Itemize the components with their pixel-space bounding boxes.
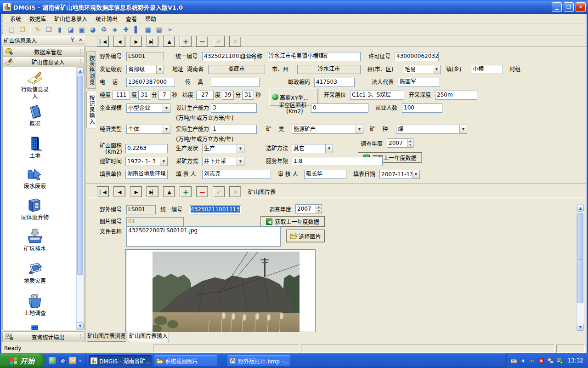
- menu-database[interactable]: 数据库: [25, 14, 50, 23]
- open-file-icon[interactable]: ❐: [17, 24, 28, 34]
- first-record-button[interactable]: ▏◀: [97, 186, 109, 197]
- delete-record-button[interactable]: −: [196, 36, 208, 47]
- menu-view[interactable]: 查看: [122, 14, 141, 23]
- legal-rep-input[interactable]: 陈国军: [398, 78, 440, 87]
- show-desktop-icon[interactable]: [49, 357, 56, 364]
- last-record-button[interactable]: ▶▏: [147, 186, 158, 197]
- field-no-input[interactable]: LS001: [126, 52, 164, 61]
- stat-cross-icon[interactable]: ✚: [121, 24, 131, 34]
- sidebar-item-wastewater[interactable]: 废水废液: [3, 166, 67, 190]
- volume-icon[interactable]: [529, 357, 536, 364]
- fax-input[interactable]: [211, 78, 260, 87]
- tab-picture-browse[interactable]: 矿山图片表浏览: [87, 332, 126, 342]
- mining-layer-input[interactable]: C1c1 3、5煤层: [350, 91, 404, 100]
- auditor-input[interactable]: 戴长华: [304, 170, 346, 179]
- workers-input[interactable]: 100: [402, 104, 442, 113]
- chevron-down-icon[interactable]: ▼: [237, 144, 244, 153]
- choose-picture-button[interactable]: 选择图片: [286, 230, 325, 242]
- built-time-select[interactable]: 1972- 1- 3▼: [125, 157, 168, 166]
- up-record-button[interactable]: ▲: [163, 186, 175, 197]
- lat-min-input[interactable]: 39: [222, 91, 234, 100]
- design-capacity-input[interactable]: 3: [211, 104, 257, 113]
- postcode-input[interactable]: 417503: [314, 78, 355, 87]
- lon-sec-input[interactable]: 7: [158, 91, 170, 100]
- last-record-button[interactable]: ▶▏: [147, 36, 158, 47]
- cancel-record-button[interactable]: ✕: [229, 186, 241, 197]
- survey-year-spinner[interactable]: 2007▲▼: [295, 204, 322, 213]
- county-select[interactable]: 毛易▼: [403, 65, 441, 74]
- file-name-input[interactable]: 4325022007LS00101.jpg: [126, 226, 281, 247]
- company-input[interactable]: 冷水江市毛易镇小横煤矿: [267, 52, 361, 61]
- tab-picture-input[interactable]: 矿山图片表输入: [128, 332, 169, 342]
- sidebar-group-mine-entry[interactable]: 矿山信息录入: [2, 56, 85, 67]
- sidebar-group-query[interactable]: 查询统计输出: [2, 331, 85, 342]
- first-record-button[interactable]: ▏◀: [97, 36, 109, 47]
- scroll-up-icon[interactable]: ▲: [77, 68, 84, 75]
- confirm-record-button[interactable]: ✔: [213, 186, 225, 197]
- prev-record-button[interactable]: ◀: [113, 36, 125, 47]
- add-record-button[interactable]: +: [180, 36, 192, 47]
- sidebar-group-database[interactable]: 数据库管理: [2, 46, 85, 57]
- sidebar-item-land-survey[interactable]: 土地调查: [3, 293, 67, 317]
- menu-system[interactable]: 系统: [6, 14, 25, 23]
- close-button[interactable]: ✕: [576, 2, 586, 12]
- chevron-down-icon[interactable]: ▼: [412, 170, 419, 178]
- close-panel-icon[interactable]: ✕: [77, 37, 84, 43]
- menu-mine-entry[interactable]: 矿山信息录入: [50, 14, 91, 23]
- spin-up-icon[interactable]: ▲: [316, 205, 322, 209]
- prefecture-input[interactable]: 冷水江市: [297, 65, 361, 74]
- mine-kind-select[interactable]: 煤▼: [396, 125, 467, 134]
- production-status-select[interactable]: 生产▼: [202, 144, 244, 153]
- scrollbar-thumb[interactable]: [77, 76, 83, 275]
- chevron-down-icon[interactable]: ▼: [237, 157, 244, 166]
- chevron-down-icon[interactable]: ▼: [356, 125, 363, 133]
- cert-level-select[interactable]: 省部级▼: [126, 65, 164, 74]
- scroll-down-icon[interactable]: ▼: [577, 324, 584, 331]
- mining-depth-input[interactable]: 250m: [435, 91, 477, 100]
- overview-icon[interactable]: ❒: [44, 24, 54, 34]
- admin-entry-icon[interactable]: ✎: [33, 24, 43, 34]
- scroll-down-icon[interactable]: ▼: [77, 322, 84, 329]
- city-input[interactable]: 娄底市: [208, 65, 265, 74]
- tab-table-browse[interactable]: 按表格浏览: [86, 51, 96, 89]
- scrollbar-thumb[interactable]: [577, 213, 583, 303]
- phone-input[interactable]: 13607387000: [126, 78, 175, 87]
- chevron-down-icon[interactable]: ▼: [325, 144, 333, 153]
- wastewater-icon[interactable]: ◪: [66, 24, 76, 34]
- solid-waste-icon[interactable]: ▣: [77, 24, 87, 34]
- survey-year-spinner[interactable]: 2007▲▼: [387, 138, 413, 148]
- language-bar-icon[interactable]: [520, 357, 526, 364]
- mine-class-select[interactable]: 能源矿产▼: [292, 125, 363, 134]
- confirm-record-button[interactable]: ✔: [213, 36, 225, 47]
- sidebar-item-solid-waste[interactable]: 固体废弃物: [3, 197, 67, 221]
- spin-down-icon[interactable]: ▼: [407, 143, 413, 147]
- chevron-down-icon[interactable]: ▼: [160, 157, 167, 166]
- prev-record-button[interactable]: ◀: [113, 186, 125, 197]
- mail-icon[interactable]: ✉: [69, 357, 76, 364]
- mine-area-input[interactable]: 0.2263: [125, 144, 168, 153]
- lon-min-input[interactable]: 31: [138, 91, 150, 100]
- tab-record-input[interactable]: 按记录输入: [86, 91, 96, 128]
- land-survey-icon[interactable]: ◈: [110, 24, 120, 34]
- picture-no-input[interactable]: 01: [126, 217, 184, 226]
- start-button[interactable]: 开始: [0, 353, 45, 368]
- lat-sec-input[interactable]: 31: [242, 91, 254, 100]
- picture-form-scrollbar[interactable]: ▲ ▼: [577, 204, 584, 331]
- lat-deg-input[interactable]: 27: [196, 91, 214, 100]
- scroll-up-icon[interactable]: ▲: [577, 205, 584, 212]
- add-record-button[interactable]: +: [180, 186, 192, 197]
- chevron-down-icon[interactable]: ▼: [156, 65, 164, 74]
- taskbar-task-bmp[interactable]: 野外版打开.bmp -...: [227, 355, 290, 366]
- taskbar-task-screenshots[interactable]: 系统截图图片: [154, 355, 217, 366]
- internet-explorer-icon[interactable]: e: [59, 357, 66, 364]
- field-no-input[interactable]: LS001: [126, 205, 156, 214]
- stat-rows-icon[interactable]: ▤: [154, 24, 164, 34]
- land-icon[interactable]: ▮: [55, 24, 65, 34]
- keyboard-icon[interactable]: [510, 357, 517, 364]
- chevron-down-icon[interactable]: ▼: [433, 65, 440, 74]
- network-icon[interactable]: [547, 357, 554, 364]
- town-input[interactable]: 小横: [471, 65, 503, 74]
- sidebar-item-overview[interactable]: 概况: [3, 104, 67, 127]
- goaf-area-input[interactable]: 0: [311, 104, 368, 113]
- sidebar-item-geo-hazard[interactable]: 地质灾害: [3, 260, 67, 285]
